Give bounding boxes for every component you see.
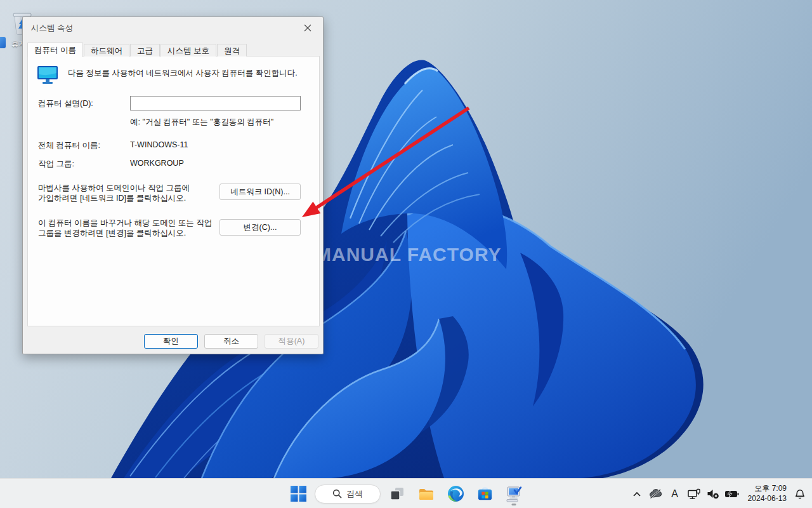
computer-icon	[37, 65, 58, 84]
store-icon	[476, 485, 494, 502]
cancel-button[interactable]: 취소	[204, 334, 258, 349]
workgroup-label: 작업 그룹:	[38, 159, 74, 170]
tab-advanced[interactable]: 고급	[130, 44, 160, 57]
notification-button[interactable]	[792, 481, 808, 507]
network-id-text-line2: 가입하려면 [네트워크 ID]를 클릭하십시오.	[38, 193, 186, 204]
task-view-button[interactable]	[384, 481, 410, 507]
edge-button[interactable]	[443, 481, 468, 507]
onedrive-status-button[interactable]	[648, 481, 664, 507]
partial-desktop-icon[interactable]	[0, 37, 6, 48]
volume-status-button[interactable]	[705, 481, 721, 507]
change-text-line2: 그룹을 변경하려면 [변경]을 클릭하십시오.	[38, 228, 186, 239]
taskbar-center: 검색	[285, 479, 527, 508]
bell-icon	[794, 488, 806, 500]
description-hint: 예: "거실 컴퓨터" 또는 "홍길동의 컴퓨터"	[130, 117, 273, 128]
dialog-footer: 확인 취소 적용(A)	[144, 334, 318, 349]
clock-time: 오후 7:09	[748, 484, 787, 494]
store-button[interactable]	[472, 481, 497, 507]
volume-muted-icon	[707, 488, 719, 499]
ok-button[interactable]: 확인	[144, 334, 198, 349]
network-id-text-line1: 마법사를 사용하여 도메인이나 작업 그룹에	[38, 183, 190, 194]
tab-strip: 컴퓨터 이름 하드웨어 고급 시스템 보호 원격	[27, 42, 247, 57]
change-button[interactable]: 변경(C)...	[219, 219, 301, 236]
tab-system-protection[interactable]: 시스템 보호	[160, 44, 216, 57]
watermark-text: MANUAL FACTORY	[315, 244, 501, 265]
tab-remote[interactable]: 원격	[217, 44, 247, 57]
onedrive-offline-icon	[649, 489, 663, 499]
ime-letter: A	[671, 488, 678, 500]
file-explorer-button[interactable]	[414, 481, 439, 507]
dialog-titlebar[interactable]: 시스템 속성	[23, 17, 323, 37]
dialog-title: 시스템 속성	[31, 23, 73, 34]
clock-date: 2024-06-13	[748, 494, 787, 504]
file-explorer-icon	[417, 485, 435, 503]
tab-hardware[interactable]: 하드웨어	[84, 44, 129, 57]
system-properties-app-icon	[505, 485, 523, 503]
chevron-up-icon	[632, 491, 641, 497]
edge-icon	[447, 485, 464, 502]
search-icon	[332, 489, 342, 498]
description-label: 컴퓨터 설명(D):	[38, 98, 93, 109]
close-button[interactable]	[298, 20, 317, 36]
workgroup-value: WORKGROUP	[130, 159, 184, 168]
start-button[interactable]	[285, 481, 311, 507]
network-status-button[interactable]	[686, 481, 702, 507]
search-label: 검색	[346, 488, 363, 500]
running-indicator	[512, 504, 516, 505]
tab-computer-name[interactable]: 컴퓨터 이름	[27, 43, 83, 57]
windows-start-icon	[291, 486, 306, 502]
taskbar-tray: A 오후	[629, 479, 808, 508]
network-id-button[interactable]: 네트워크 ID(N)...	[219, 184, 301, 200]
taskbar: 검색	[0, 478, 812, 508]
full-name-label: 전체 컴퓨터 이름:	[38, 140, 100, 151]
search-box[interactable]: 검색	[315, 485, 381, 504]
tray-clock[interactable]: 오후 7:09 2024-06-13	[748, 484, 787, 504]
task-view-icon	[389, 486, 405, 502]
network-wired-icon	[687, 488, 701, 500]
full-name-value: T-WINDOWS-11	[130, 140, 188, 149]
tray-chevron-button[interactable]	[629, 481, 645, 507]
system-properties-app-button[interactable]	[501, 481, 527, 507]
ime-mode-button[interactable]: A	[667, 481, 683, 507]
change-text-line1: 이 컴퓨터 이름을 바꾸거나 해당 도메인 또는 작업	[38, 218, 212, 229]
system-properties-dialog: 시스템 속성 컴퓨터 이름 하드웨어 고급 시스템 보호 원격 다음 정보를 사…	[22, 17, 324, 354]
description-input[interactable]	[130, 96, 301, 110]
battery-status-button[interactable]	[724, 481, 740, 507]
intro-text: 다음 정보를 사용하여 네트워크에서 사용자 컴퓨터를 확인합니다.	[68, 68, 298, 79]
battery-charging-icon	[724, 490, 739, 498]
apply-button[interactable]: 적용(A)	[265, 334, 318, 349]
close-icon	[303, 23, 312, 32]
tab-content-panel: 다음 정보를 사용하여 네트워크에서 사용자 컴퓨터를 확인합니다. 컴퓨터 설…	[27, 56, 320, 326]
